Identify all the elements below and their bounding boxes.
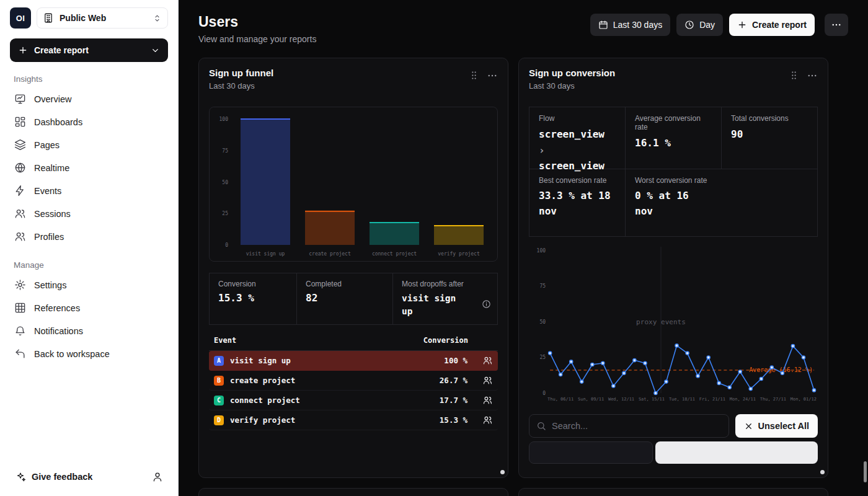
users-icon[interactable] [482, 355, 493, 366]
sidebar-item-profiles[interactable]: Profiles [10, 225, 168, 248]
report-card-signup-conversion: Sign up conversion Last 30 days Flow [518, 58, 828, 478]
sidebar-create-report-button[interactable]: Create report [10, 38, 168, 62]
stat-value: 33.3 % at 18 nov [539, 188, 613, 219]
x-tick-label: Fri, 21/11 [699, 397, 725, 402]
sidebar-item-notifications[interactable]: Notifications [10, 319, 168, 342]
users-icon[interactable] [482, 395, 493, 405]
sidebar-item-settings[interactable]: Settings [10, 273, 168, 296]
svg-text:visit sign up: visit sign up [246, 251, 285, 257]
date-range-button[interactable]: Last 30 days [590, 14, 670, 36]
svg-text:proxy events: proxy events [636, 318, 686, 326]
sidebar-item-label: Back to workspace [34, 349, 110, 359]
sidebar-item-back-to-workspace[interactable]: Back to workspace [10, 342, 168, 365]
section-label-manage: Manage [14, 260, 164, 270]
stat-total-conversions: Total conversions 90 [722, 107, 817, 169]
card-menu-icon[interactable] [487, 70, 498, 81]
funnel-table: Event Conversion A visit sign up 100 % B… [209, 329, 498, 430]
ellipsis-icon [831, 19, 842, 30]
funnel-row-verify-project[interactable]: D verify project 15.3 % [209, 410, 498, 430]
stat-value: 90 [731, 126, 808, 143]
users-icon[interactable] [482, 415, 493, 425]
workspace-name: Public Web [60, 13, 106, 23]
sidebar-item-label: Events [34, 186, 61, 196]
sidebar-item-label: Settings [34, 280, 66, 290]
interval-label: Day [699, 20, 715, 30]
sidebar: OI Public Web Create report Insights Ove… [0, 0, 179, 496]
funnel-row-connect-project[interactable]: C connect project 17.7 % [209, 391, 498, 410]
stat-label: Most dropoffs after [402, 280, 489, 288]
report-subtitle: Last 30 days [209, 81, 273, 91]
svg-text:0: 0 [542, 391, 546, 396]
sidebar-item-pages[interactable]: Pages [10, 133, 168, 156]
stat-most-dropoffs: Most dropoffs after visit sign up [392, 273, 497, 324]
sidebar-item-overview[interactable]: Overview [10, 87, 168, 110]
grid-icon [14, 302, 26, 314]
resize-handle[interactable] [500, 470, 505, 474]
series-pill[interactable] [655, 441, 818, 464]
stat-value: 16.1 % [635, 135, 712, 151]
event-name: connect project [230, 396, 300, 405]
sidebar-item-label: Sessions [34, 209, 71, 219]
search-input[interactable] [552, 421, 722, 431]
create-report-button[interactable]: Create report [729, 14, 815, 36]
svg-text:25: 25 [539, 355, 546, 361]
resize-handle[interactable] [820, 470, 825, 474]
sidebar-item-references[interactable]: References [10, 296, 168, 319]
give-feedback-button[interactable]: Give feedback [10, 466, 97, 487]
drag-handle-icon[interactable] [469, 70, 479, 81]
stat-label: Flow [539, 114, 616, 123]
x-tick-label: Sun, 09/11 [578, 397, 604, 402]
search-box[interactable] [529, 414, 729, 438]
sidebar-item-events[interactable]: Events [10, 179, 168, 202]
svg-text:25: 25 [222, 211, 228, 216]
sidebar-item-dashboards[interactable]: Dashboards [10, 110, 168, 133]
x-tick-label: Mon, 01/12 [790, 397, 817, 402]
sidebar-item-realtime[interactable]: Realtime [10, 156, 168, 179]
more-options-button[interactable] [825, 14, 848, 36]
svg-text:75: 75 [222, 148, 228, 154]
stat-label: Best conversion rate [539, 176, 616, 185]
calendar-icon [598, 20, 608, 30]
sidebar-item-sessions[interactable]: Sessions [10, 202, 168, 225]
stat-value: 82 [306, 292, 384, 304]
x-tick-label: Wed, 12/11 [608, 397, 634, 402]
sidebar-footer: Give feedback [10, 466, 168, 487]
report-subtitle: Last 30 days [529, 81, 615, 91]
stat-conversion: Conversion 15.3 % [210, 273, 296, 324]
funnel-row-create-project[interactable]: B create project 26.7 % [209, 371, 498, 391]
stat-value: visit sign up [402, 292, 464, 318]
svg-text:0: 0 [225, 242, 228, 248]
conversion-stats: Flow screen_view › screen_view Average c… [529, 107, 818, 237]
report-card-signup-funnel: Sign up funnel Last 30 days 0255075100vi… [198, 58, 508, 478]
header-actions: Last 30 days Day Create report [590, 14, 848, 36]
funnel-row-visit-sign-up[interactable]: A visit sign up 100 % [209, 351, 498, 371]
stat-flow: Flow screen_view › screen_view [529, 107, 626, 169]
drag-handle-icon[interactable] [789, 70, 799, 81]
chevron-right-icon: › [539, 144, 545, 156]
conversion-value: 15.3 % [440, 415, 467, 425]
undo-icon [14, 348, 26, 360]
info-icon[interactable] [482, 299, 491, 309]
workspace-selector[interactable]: Public Web [37, 7, 168, 29]
unselect-all-button[interactable]: Unselect All [735, 414, 818, 438]
interval-button[interactable]: Day [676, 14, 723, 36]
card-menu-icon[interactable] [807, 70, 818, 81]
layout-dashboard-icon [14, 116, 26, 128]
users-icon[interactable] [482, 375, 493, 386]
event-name: verify project [230, 415, 295, 425]
scrollbar[interactable] [864, 461, 867, 482]
clock-icon [684, 20, 694, 30]
stat-label: Average conversion rate [635, 114, 712, 131]
x-tick-label: Sat, 15/11 [639, 397, 665, 402]
profile-button[interactable] [147, 466, 168, 487]
x-tick-label: Thu, 06/11 [547, 397, 574, 402]
chevron-down-icon [151, 46, 160, 55]
reports-grid: Sign up funnel Last 30 days 0255075100vi… [198, 58, 828, 496]
users-icon [14, 208, 26, 219]
app-logo: OI [10, 7, 31, 29]
workspace-row: OI Public Web [10, 7, 168, 29]
stat-label: Completed [306, 280, 384, 288]
bell-icon [14, 325, 26, 337]
page-header: Users View and manage your reports Last … [198, 14, 868, 44]
series-pill[interactable] [529, 441, 653, 464]
